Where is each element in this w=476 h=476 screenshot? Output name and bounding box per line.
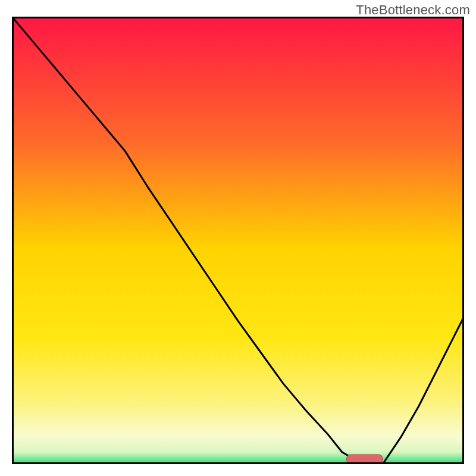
optimum-marker bbox=[346, 455, 383, 464]
plot-frame bbox=[12, 17, 464, 464]
watermark-text: TheBottleneck.com bbox=[356, 2, 470, 18]
chart-canvas: TheBottleneck.com bbox=[0, 0, 476, 476]
gradient-background bbox=[13, 18, 464, 464]
plot-svg bbox=[12, 17, 464, 464]
